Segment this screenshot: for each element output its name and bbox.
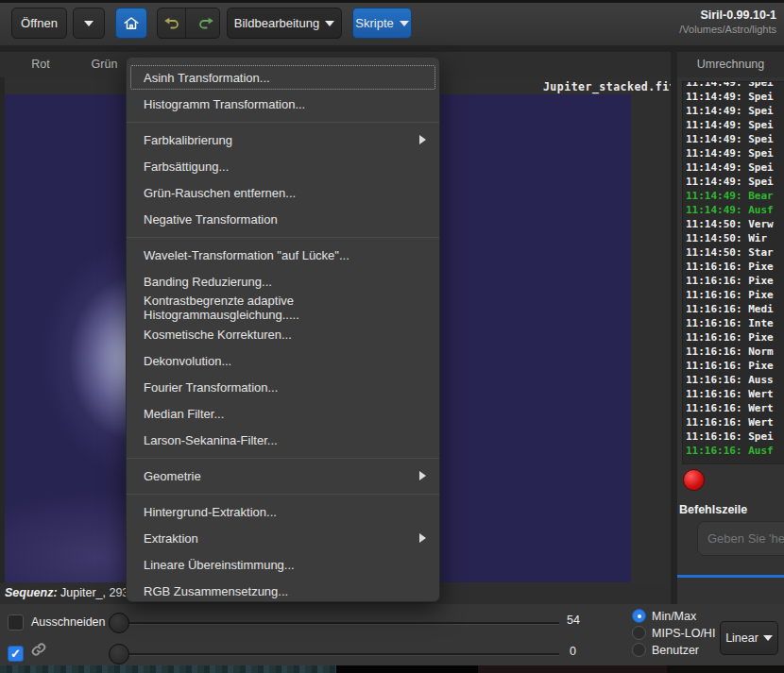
log-line: 11:16:16: Inte	[683, 316, 784, 330]
log-line: 11:14:50: Verw	[683, 217, 784, 231]
menu-item-10[interactable]: Kontrastbegrenzte adaptive Histogrammaus…	[127, 294, 439, 321]
menu-item-15[interactable]: Larson-Sekanina-Filter...	[127, 427, 439, 453]
open-options-button[interactable]	[73, 8, 105, 39]
command-input[interactable]	[697, 521, 784, 556]
log-line: 11:16:16: Wert	[683, 387, 784, 401]
submenu-arrow-icon	[419, 471, 426, 480]
display-mode-button[interactable]: Linear	[720, 621, 778, 655]
menu-item-0[interactable]: Asinh Transformation...	[127, 64, 439, 91]
undo-button[interactable]	[158, 8, 186, 38]
open-button[interactable]: Öffnen	[11, 8, 67, 39]
log-console[interactable]: 11:14:49: Spei11:14:49: Spei11:14:49: Sp…	[682, 81, 784, 464]
radio-min-max[interactable]	[632, 609, 646, 623]
toolbar-separator	[0, 45, 784, 52]
log-line: 11:14:49: Spei	[683, 160, 784, 175]
log-line: 11:14:49: Spei	[683, 175, 784, 189]
menu-item-8[interactable]: Wavelet-Transformation "auf Lücke"...	[127, 242, 439, 268]
menu-item-label: Dekonvolution...	[144, 354, 231, 368]
log-line: 11:16:16: Medi	[683, 302, 784, 316]
menu-item-4[interactable]: Farbsättigung...	[127, 153, 439, 179]
filmstrip-texture	[0, 665, 336, 673]
menu-item-label: Extraktion	[144, 531, 198, 546]
log-line: 11:16:16: Pixe	[683, 359, 784, 373]
lo-slider-track[interactable]	[113, 653, 559, 656]
link-channels-checkbox[interactable]: ✓	[8, 646, 24, 662]
scripts-menu-label: Skripte	[355, 16, 393, 30]
menu-item-5[interactable]: Grün-Rauschen entfernen...	[127, 179, 439, 206]
sequence-value: Jupiter_, 2932	[60, 586, 135, 599]
menu-separator	[127, 232, 439, 242]
radio-mips-lo-hi[interactable]	[632, 626, 646, 640]
main-toolbar: Öffnen	[0, 3, 784, 46]
radio-label: Benutzer	[652, 644, 699, 657]
submenu-arrow-icon	[419, 533, 426, 543]
tab-umrechnung[interactable]: Umrechnung	[697, 58, 765, 71]
menu-item-12[interactable]: Dekonvolution...	[127, 347, 439, 374]
tab-rot[interactable]: Rot	[21, 52, 60, 76]
log-line: 11:14:49: Bear	[683, 189, 784, 203]
display-mode-label: Linear	[725, 631, 758, 645]
undo-redo-group	[157, 8, 220, 39]
log-line: 11:16:16: Spei	[683, 429, 784, 444]
menu-item-19[interactable]: Hintergrund-Extraktion...	[127, 498, 439, 525]
lo-slider-value: 0	[570, 645, 576, 658]
menu-item-11[interactable]: Kosmetische Korrekturen...	[127, 321, 439, 347]
menu-item-14[interactable]: Median Filter...	[127, 400, 439, 427]
log-line: 11:14:49: Ausf	[683, 203, 784, 217]
sequence-info: Sequenz: Jupiter_, 2932	[5, 586, 135, 599]
radio-benutzer[interactable]	[632, 643, 646, 657]
sequence-label: Sequenz:	[5, 586, 58, 599]
menu-item-22[interactable]: RGB Zusammensetzung...	[127, 578, 439, 604]
menu-item-13[interactable]: Fourier Transformation...	[127, 374, 439, 400]
menu-item-label: Lineare Übereinstimmung...	[144, 558, 295, 572]
cut-checkbox[interactable]	[8, 614, 24, 631]
log-line: 11:16:16: Wert	[683, 415, 784, 429]
hi-slider-knob[interactable]	[109, 613, 129, 633]
redo-button[interactable]	[192, 8, 219, 38]
radio-label: MIPS-LO/HI	[652, 627, 715, 640]
menu-item-3[interactable]: Farbkalibrierung	[127, 126, 439, 153]
log-line: 11:14:49: Spei	[683, 104, 784, 118]
right-panel-tabbar: Umrechnung	[677, 52, 784, 78]
menu-item-1[interactable]: Histogramm Transformation...	[127, 91, 439, 117]
chain-link-icon	[29, 640, 48, 659]
menu-separator	[127, 453, 439, 463]
filmstrip-dark-red	[478, 665, 667, 673]
record-indicator-icon[interactable]	[683, 469, 705, 491]
menu-item-label: Banding Reduzierung...	[144, 275, 272, 289]
log-line: 11:14:49: Spei	[683, 81, 784, 90]
hi-slider-track[interactable]	[113, 622, 559, 625]
log-line: 11:16:16: Norm	[683, 345, 784, 359]
command-line-label: Befehlszeile	[679, 503, 747, 516]
home-button[interactable]	[115, 8, 147, 39]
tab-gruen[interactable]: Grün	[81, 52, 127, 76]
menu-item-9[interactable]: Banding Reduzierung...	[127, 268, 439, 294]
menu-item-label: Hintergrund-Extraktion...	[144, 505, 277, 519]
progress-bar	[677, 575, 784, 578]
log-line: 11:14:50: Star	[683, 245, 784, 260]
hi-slider-value: 54	[567, 614, 580, 627]
menu-item-17[interactable]: Geometrie	[127, 463, 439, 489]
menu-separator	[127, 117, 439, 126]
menu-item-20[interactable]: Extraktion	[127, 525, 439, 551]
filmstrip-black	[336, 665, 478, 673]
menu-item-21[interactable]: Lineare Übereinstimmung...	[127, 551, 439, 578]
chevron-down-icon	[400, 21, 409, 26]
log-line: 11:16:16: Pixe	[683, 288, 784, 302]
chevron-down-icon	[763, 635, 773, 641]
menu-item-6[interactable]: Negative Transformation	[127, 206, 439, 232]
log-line: 11:16:16: Pixe	[683, 260, 784, 274]
chevron-down-icon	[325, 21, 334, 26]
home-icon	[123, 15, 140, 32]
menu-item-label: Grün-Rauschen entfernen...	[144, 186, 296, 200]
menu-item-label: Farbsättigung...	[144, 160, 229, 174]
sequence-filmstrip[interactable]	[0, 665, 784, 673]
panel-divider[interactable]	[671, 52, 677, 665]
scripts-menu-button[interactable]: Skripte	[352, 8, 412, 39]
window-identity: Siril-0.99.10-1 /Volumes/Astro/lights	[679, 8, 776, 37]
image-editing-menu-button[interactable]: Bildbearbeitung	[227, 8, 342, 39]
lo-slider-knob[interactable]	[109, 644, 129, 665]
menu-item-label: Histogramm Transformation...	[144, 97, 305, 111]
right-panel: 11:14:49: Spei11:14:49: Spei11:14:49: Sp…	[677, 77, 784, 665]
menu-item-label: Kosmetische Korrekturen...	[144, 328, 292, 342]
